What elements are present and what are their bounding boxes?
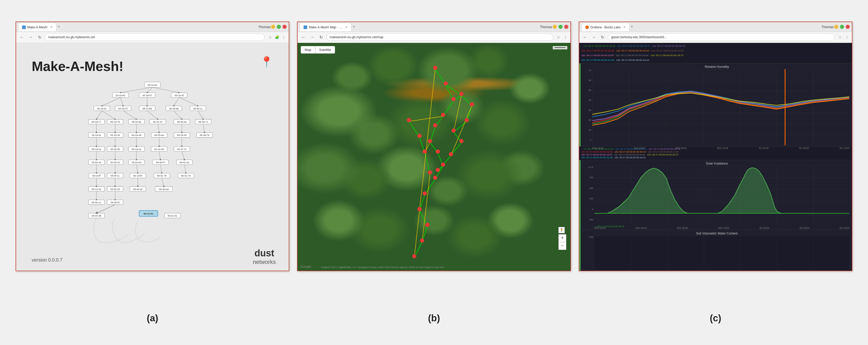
grafana-legend-top: — rh: 00-17-0d-00-00-60-1e-af s3x: 00-17…: [579, 43, 852, 64]
back-btn-b[interactable]: ←: [300, 34, 307, 41]
svg-point-175: [449, 152, 453, 156]
refresh-btn-b[interactable]: ↻: [317, 34, 324, 41]
url-bar-a[interactable]: makeamesh.eu-gb.mybluemix.net: [45, 34, 265, 41]
svg-text:60-1e-45: 60-1e-45: [154, 148, 164, 150]
svg-text:60-1e-af: 60-1e-af: [175, 94, 184, 96]
tab-c[interactable]: Grafana - Bucks Lake ✕: [581, 23, 629, 31]
chart1-y-axis: 70 60 50 40 30 20 10 0: [585, 69, 592, 145]
svg-text:20-ca-b0: 20-ca-b0: [116, 94, 125, 96]
refresh-btn-a[interactable]: ↻: [36, 34, 43, 41]
tab-label-c: Grafana - Bucks Lake: [590, 26, 621, 29]
svg-point-168: [452, 128, 456, 133]
svg-point-176: [428, 170, 432, 175]
svg-line-25: [179, 97, 198, 106]
svg-line-104: [136, 164, 138, 173]
tab-close-c[interactable]: ✕: [623, 26, 626, 29]
svg-line-61: [203, 124, 205, 133]
forward-btn-a[interactable]: →: [27, 34, 34, 41]
minimize-b[interactable]: −: [553, 25, 557, 29]
map-view-btn[interactable]: Map: [301, 46, 315, 54]
svg-point-181: [417, 207, 422, 211]
maximize-b[interactable]: □: [558, 25, 563, 29]
zoom-out-btn[interactable]: −: [558, 242, 566, 250]
url-bar-b[interactable]: makeamesh.eu-gb.mybluemix.net/map: [326, 34, 553, 41]
svg-line-21: [102, 97, 120, 106]
legend-s4: s3x: 00-17-0d-00-00-38-40-e4: [616, 49, 649, 53]
extension-icon-a[interactable]: 🧩: [274, 34, 280, 40]
map-pegman-icon[interactable]: 🧍: [558, 227, 565, 233]
svg-text:60-41-70: 60-41-70: [181, 175, 191, 177]
maximize-c[interactable]: □: [840, 25, 844, 29]
svg-line-106: [184, 164, 186, 173]
tab-b[interactable]: Make-A-Mesh! Map - 3D... ✕: [300, 23, 351, 31]
minimize-a[interactable]: −: [271, 25, 275, 29]
minimize-c[interactable]: −: [834, 25, 838, 29]
svg-text:60-ca-e4: 60-ca-e4: [148, 84, 157, 86]
new-tab-a[interactable]: +: [58, 24, 60, 30]
svg-text:38-40-e4: 38-40-e4: [177, 121, 187, 123]
svg-text:38-10-da: 38-10-da: [132, 121, 142, 123]
tab-close-b[interactable]: ✕: [345, 26, 347, 29]
new-tab-c[interactable]: +: [630, 24, 633, 30]
menu-icon-a[interactable]: ⋮: [281, 34, 287, 40]
tab-close-a[interactable]: ✕: [50, 26, 53, 29]
chart2-svg: [594, 166, 849, 225]
svg-line-118: [162, 178, 164, 186]
svg-text:60-20-37: 60-20-37: [153, 121, 162, 123]
svg-text:60-1d-f0: 60-1d-f0: [133, 175, 142, 177]
navbar-b: ← → ↻ makeamesh.eu-gb.mybluemix.net/map …: [298, 32, 570, 43]
satellite-view-btn[interactable]: Satellite: [315, 46, 335, 54]
favicon-b: [304, 26, 307, 29]
forward-btn-c[interactable]: →: [590, 34, 597, 41]
svg-text:35-03-1b: 35-03-1b: [110, 148, 120, 150]
tab-label-a: Make-A-Mesh!: [27, 26, 48, 29]
svg-text:38-12-bb: 38-12-bb: [142, 107, 152, 110]
chart2-y-axis: 1.0 K 750 500 250 0 -250: [585, 166, 594, 225]
dust-logo-text: dust: [253, 248, 276, 259]
maximize-a[interactable]: □: [277, 25, 281, 29]
svg-point-162: [433, 65, 437, 70]
content-b: Map Satellite: [298, 43, 570, 271]
svg-text:35-04-1e: 35-04-1e: [92, 161, 101, 164]
menu-icon-b[interactable]: ⋮: [563, 34, 568, 40]
close-c[interactable]: ✕: [846, 25, 850, 29]
new-tab-b[interactable]: +: [352, 24, 355, 30]
close-a[interactable]: ✕: [282, 25, 287, 29]
bookmark-icon-c[interactable]: ☆: [837, 34, 843, 40]
map-content: Map Satellite: [298, 43, 570, 271]
chart3-title: Soil Volumetric Water Content: [585, 232, 849, 235]
svg-text:60-2a-ce: 60-2a-ce: [132, 148, 141, 150]
tab-a[interactable]: Make-A-Mesh! ✕: [18, 23, 57, 31]
forward-btn-b[interactable]: →: [309, 34, 316, 41]
nav-icons-c: ☆ ⋮: [837, 34, 850, 40]
favicon-a: [22, 26, 26, 29]
legend-s8: s3x: 00-17-0d-00-00-60-29-37: [651, 53, 684, 58]
back-btn-c[interactable]: ←: [581, 34, 589, 41]
legend-s9: s3x: 00-17-0d-00-00-60-2a-4d: [581, 58, 614, 62]
tab-label-b: Make-A-Mesh! Map - 3D...: [309, 26, 343, 29]
zoom-in-btn[interactable]: +: [558, 234, 566, 242]
svg-line-41: [147, 111, 158, 119]
user-name-b: Thomas: [540, 25, 552, 29]
panels-row: Make-A-Mesh! ✕ + Thomas − □ ✕ ← → ↻ make…: [16, 22, 852, 308]
svg-point-167: [465, 118, 469, 122]
svg-line-8: [120, 87, 152, 93]
chart3-svg: [594, 236, 849, 269]
chart3-y-axis: 0.30: [585, 236, 594, 269]
menu-icon-c[interactable]: ⋮: [844, 34, 850, 40]
svg-text:38-3d-7d: 38-3d-7d: [200, 134, 209, 136]
url-bar-c[interactable]: glaser.berkeley.edu:3000/dashboard/d...: [608, 34, 835, 41]
navbar-a: ← → ↻ makeamesh.eu-gb.mybluemix.net ☆ 🧩 …: [16, 32, 289, 43]
back-btn-a[interactable]: ←: [18, 34, 26, 41]
svg-line-161: [422, 174, 430, 242]
bookmark-icon-a[interactable]: ☆: [268, 34, 273, 40]
close-b[interactable]: ✕: [564, 25, 568, 29]
map-pin-icon: 📍: [260, 56, 273, 68]
panel-a: Make-A-Mesh! ✕ + Thomas − □ ✕ ← → ↻ make…: [16, 22, 289, 271]
bookmark-icon-b[interactable]: ☆: [556, 34, 562, 40]
dust-logo: dust networks: [253, 248, 276, 265]
svg-text:55-00-f3: 55-00-f3: [111, 201, 119, 204]
legend-rh: — rh: 00-17-0d-00-00-60-1e-af: [581, 44, 615, 48]
svg-point-172: [428, 139, 432, 143]
refresh-btn-c[interactable]: ↻: [599, 34, 606, 41]
